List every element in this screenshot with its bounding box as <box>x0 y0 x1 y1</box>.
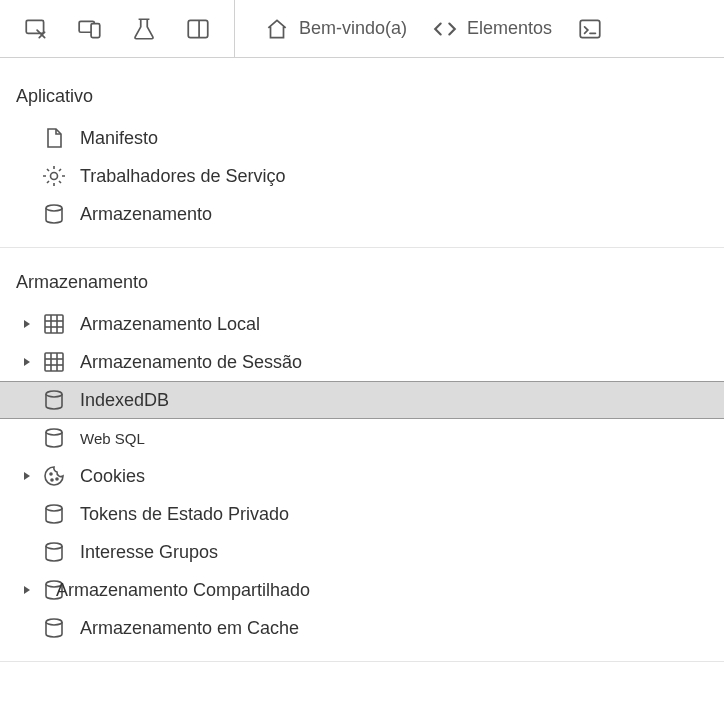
tree-item-storage-overview[interactable]: Armazenamento <box>0 195 724 233</box>
section-divider <box>0 661 724 662</box>
experiments-icon[interactable] <box>130 15 158 43</box>
tab-elements[interactable]: Elementos <box>431 15 552 43</box>
svg-rect-2 <box>91 23 100 37</box>
tree-item-session-storage[interactable]: Armazenamento de Sessão <box>0 343 724 381</box>
tree-label: Trabalhadores de Serviço <box>80 166 285 187</box>
tab-elements-label: Elementos <box>467 18 552 39</box>
grid-icon <box>40 310 68 338</box>
tree-item-local-storage[interactable]: Armazenamento Local <box>0 305 724 343</box>
svg-point-7 <box>46 205 62 211</box>
home-icon <box>263 15 291 43</box>
tab-welcome[interactable]: Bem-vindo(a) <box>263 15 407 43</box>
svg-point-6 <box>51 173 58 180</box>
cookie-icon <box>40 462 68 490</box>
expand-arrow-icon[interactable] <box>20 469 34 483</box>
database-icon <box>40 200 68 228</box>
tree-label: Web SQL <box>80 430 145 447</box>
tree-label: Armazenamento Compartilhado <box>56 580 310 601</box>
svg-point-24 <box>46 543 62 549</box>
svg-rect-3 <box>188 20 208 37</box>
tree-label: Cookies <box>80 466 145 487</box>
database-icon <box>40 538 68 566</box>
tree-label: Armazenamento de Sessão <box>80 352 302 373</box>
application-panel: Aplicativo Manifesto Trabalhadores de Se… <box>0 58 724 662</box>
toolbar-tabs: Bem-vindo(a) Elementos <box>235 0 632 57</box>
svg-rect-13 <box>45 353 63 371</box>
code-icon <box>431 15 459 43</box>
tree-label: Tokens de Estado Privado <box>80 504 289 525</box>
section-application-header: Aplicativo <box>0 80 724 119</box>
database-icon <box>40 614 68 642</box>
toolbar-left-group <box>0 0 235 57</box>
svg-rect-5 <box>580 20 600 37</box>
tree-label: Armazenamento em Cache <box>80 618 299 639</box>
database-icon <box>40 386 68 414</box>
svg-rect-0 <box>26 20 43 33</box>
expand-arrow-icon[interactable] <box>20 583 34 597</box>
devtools-toolbar: Bem-vindo(a) Elementos <box>0 0 724 58</box>
file-icon <box>40 124 68 152</box>
expand-arrow-icon[interactable] <box>20 355 34 369</box>
database-icon <box>40 500 68 528</box>
tree-item-manifest[interactable]: Manifesto <box>0 119 724 157</box>
tree-item-shared-storage[interactable]: Armazenamento Compartilhado <box>0 571 724 609</box>
svg-rect-8 <box>45 315 63 333</box>
tree-label: Manifesto <box>80 128 158 149</box>
section-storage-header: Armazenamento <box>0 266 724 305</box>
inspect-icon[interactable] <box>22 15 50 43</box>
tree-item-websql[interactable]: Web SQL <box>0 419 724 457</box>
database-icon <box>40 424 68 452</box>
tree-label: Armazenamento Local <box>80 314 260 335</box>
tree-item-private-state-tokens[interactable]: Tokens de Estado Privado <box>0 495 724 533</box>
tab-welcome-label: Bem-vindo(a) <box>299 18 407 39</box>
svg-point-19 <box>46 429 62 435</box>
console-icon[interactable] <box>576 15 604 43</box>
svg-point-22 <box>56 478 58 480</box>
svg-point-21 <box>51 479 53 481</box>
tree-label: Interesse Grupos <box>80 542 218 563</box>
tree-label: IndexedDB <box>80 390 169 411</box>
tree-item-cache-storage[interactable]: Armazenamento em Cache <box>0 609 724 647</box>
grid-icon <box>40 348 68 376</box>
tree-item-indexeddb[interactable]: IndexedDB <box>0 381 724 419</box>
section-divider <box>0 247 724 248</box>
svg-point-20 <box>50 473 52 475</box>
tree-item-service-workers[interactable]: Trabalhadores de Serviço <box>0 157 724 195</box>
device-toggle-icon[interactable] <box>76 15 104 43</box>
tree-item-interest-groups[interactable]: Interesse Grupos <box>0 533 724 571</box>
tree-item-cookies[interactable]: Cookies <box>0 457 724 495</box>
svg-point-23 <box>46 505 62 511</box>
svg-point-26 <box>46 619 62 625</box>
svg-point-18 <box>46 391 62 397</box>
expand-arrow-icon[interactable] <box>20 317 34 331</box>
dock-side-icon[interactable] <box>184 15 212 43</box>
tree-label: Armazenamento <box>80 204 212 225</box>
gear-icon <box>40 162 68 190</box>
